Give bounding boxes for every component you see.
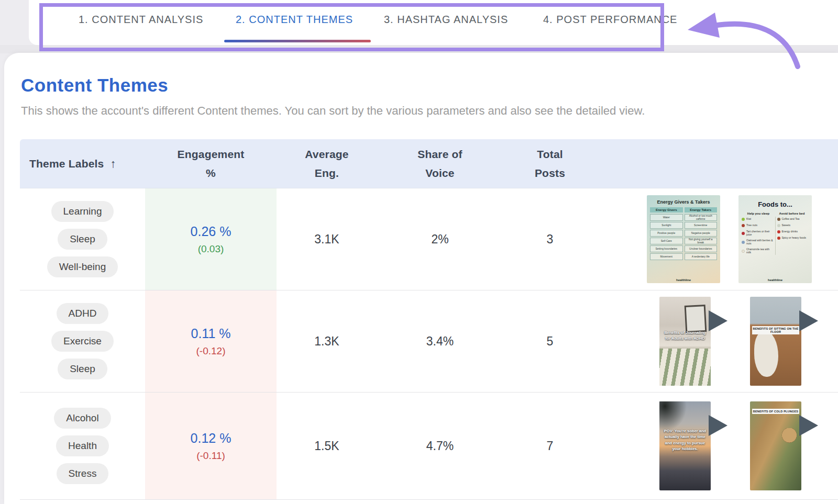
content-themes-table: Theme Labels ↑ Engagement % Average Eng.… [20, 139, 838, 500]
infographic-item: Screentime [685, 222, 718, 229]
total-posts-cell: 5 [503, 290, 597, 392]
table-row: AlcoholHealthStress 0.12 % (-0.11) 1.5K … [20, 393, 838, 500]
infographic-item: Setting boundaries [650, 245, 683, 252]
infographic-column-headers: Help you sleep Avoid before bed [742, 212, 809, 215]
food-item-label: Sweets [782, 224, 790, 227]
theme-label-pill[interactable]: Sleep [58, 359, 107, 379]
food-item-label: Chamomile tea with milk [746, 248, 774, 254]
column-header-theme-labels[interactable]: Theme Labels ↑ [20, 154, 145, 173]
sweets-icon [777, 224, 780, 227]
table-row: LearningSleepWell-being 0.26 % (0.03) 3.… [20, 188, 838, 290]
energy-icon [777, 230, 780, 233]
theme-labels-cell: LearningSleepWell-being [20, 188, 145, 290]
column-header-label: Theme Labels [29, 154, 104, 173]
food-item: Sweets [777, 223, 809, 228]
post-thumbnail-foods-to[interactable]: Foods to... Help you sleep Avoid before … [738, 195, 812, 283]
theme-label-pill[interactable]: Health [56, 435, 109, 456]
food-item-label: Tart cherries or their juice [746, 230, 774, 236]
theme-label-pill[interactable]: Stress [57, 463, 109, 484]
total-posts-cell: 7 [503, 393, 597, 499]
engagement-cell: 0.11 % (-0.12) [145, 290, 277, 392]
share-arrow-icon [799, 415, 818, 436]
infographic-right-column: Coffee and TeaSweetsEnergy drinksSpicy o… [775, 217, 809, 255]
food-item-label: Oatmeal with berries & nuts [746, 239, 774, 245]
theme-labels-cell: ADHDExerciseSleep [20, 290, 145, 392]
engagement-cell: 0.12 % (-0.11) [145, 393, 277, 499]
engagement-delta: (0.03) [198, 243, 224, 255]
oatmeal-icon [742, 241, 745, 244]
food-item-label: Kiwi [746, 218, 751, 221]
infographic-right-column: Alcohol or too much caffeineScreentimeNe… [685, 214, 718, 260]
theme-label-pill[interactable]: Sleep [58, 229, 107, 250]
share-of-voice-cell: 2% [377, 188, 503, 290]
share-arrow-icon [709, 415, 727, 436]
column-header-label: Share of [377, 145, 503, 164]
video-caption: BENEFITS OF SITTING ON THE FLOOR [752, 326, 799, 334]
infographic-item: Self-Care [650, 238, 683, 244]
food-item: Energy drinks [777, 229, 809, 234]
infographic-item: A sedentary life [685, 253, 718, 260]
post-thumbnail-journaling-video[interactable]: Benefits of Journaling for Adults with A… [659, 297, 711, 386]
theme-label-pill[interactable]: Alcohol [54, 408, 111, 429]
column-header-label: Voice [377, 164, 503, 183]
table-row: ADHDExerciseSleep 0.11 % (-0.12) 1.3K 3.… [20, 290, 838, 393]
average-engagement-cell: 1.5K [277, 393, 377, 499]
infographic-item: Positive people [650, 230, 683, 237]
infographic-column-header: Help you sleep [742, 212, 775, 215]
infographic-column-header: Energy Givers [650, 207, 683, 212]
theme-label-pill[interactable]: Well-being [47, 256, 118, 277]
sort-ascending-icon[interactable]: ↑ [110, 154, 116, 173]
column-header-average-eng[interactable]: Average Eng. [277, 145, 377, 182]
post-thumbnail-energy-givers-takers[interactable]: Energy Givers & Takers Energy Givers Ene… [647, 195, 720, 283]
cherries-icon [742, 232, 745, 235]
food-item-label: Tree nuts [746, 224, 757, 227]
coffee-icon [777, 218, 780, 221]
tab-content-themes[interactable]: 2. CONTENT THEMES [236, 14, 353, 26]
kiwi-icon [742, 218, 745, 221]
post-thumbnail-cold-plunges-video[interactable]: BENEFITS OF COLD PLUNGES [750, 401, 801, 490]
theme-label-pill[interactable]: Learning [51, 201, 114, 222]
engagement-value: 0.12 % [191, 431, 231, 446]
food-item: Coffee and Tea [777, 217, 809, 222]
post-previews-cell: Energy Givers & Takers Energy Givers Ene… [597, 188, 838, 290]
infographic-column-header: Avoid before bed [775, 212, 809, 215]
share-of-voice-cell: 4.7% [377, 393, 503, 499]
food-item-label: Spicy or heavy foods [782, 237, 806, 240]
healthline-logo: healthline [647, 278, 720, 282]
theme-labels-cell: AlcoholHealthStress [20, 393, 145, 499]
column-header-engagement[interactable]: Engagement % [145, 145, 277, 182]
post-previews-cell: Benefits of Journaling for Adults with A… [597, 290, 838, 392]
engagement-delta: (-0.11) [196, 450, 225, 462]
healthline-logo: healthline [738, 278, 812, 282]
column-header-label: Engagement [145, 145, 277, 164]
active-tab-underline [224, 40, 371, 42]
post-thumbnail-sitting-on-floor-video[interactable]: BENEFITS OF SITTING ON THE FLOOR [750, 297, 801, 386]
infographic-item: Unclear boundaries [685, 245, 718, 252]
share-arrow-icon [709, 310, 727, 331]
food-item: Oatmeal with berries & nuts [742, 238, 774, 246]
page-description: This shows the account's different Conte… [21, 104, 817, 118]
food-item: Tart cherries or their juice [742, 229, 774, 237]
infographic-column-header: Energy Takers [685, 207, 718, 212]
column-header-label: Eng. [277, 164, 377, 183]
infographic-item: Negative people [685, 230, 718, 237]
share-arrow-icon [799, 310, 818, 331]
theme-label-pill[interactable]: ADHD [57, 303, 109, 324]
food-item: Tree nuts [742, 223, 774, 228]
total-posts-cell: 3 [503, 188, 597, 290]
column-header-total-posts[interactable]: Total Posts [503, 145, 597, 182]
infographic-item: Not giving yourself a break [685, 238, 718, 244]
column-header-label: % [145, 164, 277, 183]
video-caption: POV: You're sober and actually have the … [659, 428, 711, 452]
post-thumbnail-sober-video[interactable]: POV: You're sober and actually have the … [659, 401, 711, 490]
infographic-title: Foods to... [742, 200, 809, 208]
tab-hashtag-analysis[interactable]: 3. HASHTAG ANALYSIS [384, 14, 508, 26]
engagement-delta: (-0.12) [196, 345, 226, 357]
tab-content-analysis[interactable]: 1. CONTENT ANALYSIS [79, 14, 203, 26]
theme-label-pill[interactable]: Exercise [51, 331, 114, 352]
table-header-row: Theme Labels ↑ Engagement % Average Eng.… [20, 139, 838, 188]
infographic-item: Movement [650, 253, 683, 260]
infographic-item: Water [650, 214, 683, 221]
column-header-share-of-voice[interactable]: Share of Voice [377, 145, 503, 182]
tab-post-performance[interactable]: 4. POST PERFORMANCE [543, 14, 677, 26]
